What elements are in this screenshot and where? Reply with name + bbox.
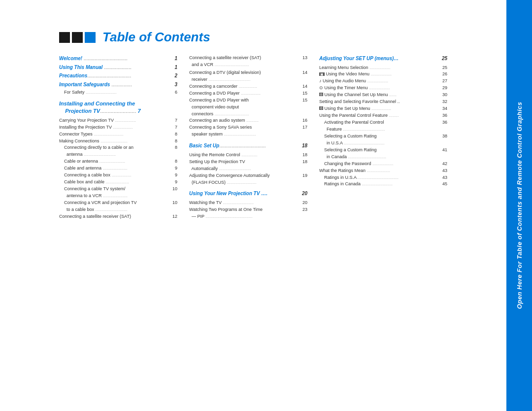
using-new-header: Using Your New Projection TV …. 20: [189, 190, 307, 198]
dtv-entry: Connecting a DTV (digital television) re…: [189, 69, 307, 83]
toc-columns: Welcome! ...............................…: [59, 55, 487, 220]
basic-setup-header: Basic Set Up............................…: [189, 142, 307, 150]
cable-box-cable-entry: Cable box and cable ...................9: [59, 179, 177, 186]
using-this-manual-entry: Using This Manual .................... 1: [59, 64, 177, 71]
ratings-usa-entry: Ratings in U.S.A........................…: [319, 174, 447, 181]
for-safety-label: For Safety .........................: [64, 89, 168, 96]
remote-control-entry: Using the Remote Control .............18: [189, 152, 307, 159]
column-2: Connecting a satellite receiver (SAT) an…: [189, 55, 307, 220]
precautions-label: Precautions.............................…: [59, 72, 168, 80]
sava-entry: Connecting a Sony SAVA series speaker sy…: [189, 124, 307, 138]
using-this-manual-label: Using This Manual ....................: [59, 64, 168, 71]
welcome-page: 1: [168, 55, 177, 63]
installing-header: Installing and Connecting the Projection…: [59, 100, 177, 115]
vcr-projection-cable-entry: Connecting a VCR and projection TV to a …: [59, 200, 177, 213]
side-tab-label: Open Here For Table of Contents and Remo…: [516, 102, 523, 309]
audio-system-entry: Connecting an audio system ..........16: [189, 117, 307, 124]
changing-password-entry: Changing the Password .................4…: [319, 161, 447, 168]
precautions-page: 2: [168, 72, 177, 80]
parental-control-entry: Using the Parental Control Feature .....…: [319, 112, 447, 119]
carrying-entry: Carrying Your Projection TV ............…: [59, 117, 177, 124]
basic-setup-section: Basic Set Up............................…: [189, 142, 307, 186]
title-icons: [59, 32, 96, 43]
camcorder-entry: Connecting a camcorder ...............14: [189, 83, 307, 90]
connecting-cable-antenna-entry: Connecting directly to a cable or an ant…: [59, 144, 177, 158]
for-safety-entry: For Safety ......................... 6: [59, 89, 177, 96]
important-safeguards-page: 3: [168, 81, 177, 89]
channel-setup-entry: ⊞ Using the Channel Set Up Menu ......30: [319, 92, 447, 99]
col2-top-entries: Connecting a satellite receiver (SAT) an…: [189, 55, 307, 138]
title-area: Table of Contents: [59, 30, 487, 45]
custom-rating-usa-entry: Selecting a Custom Rating in U.S.A .....…: [319, 133, 447, 147]
installing-tv-entry: Installing the Projection TV ...........…: [59, 124, 177, 131]
for-safety-page: 6: [168, 89, 177, 96]
basic-setup-entries: Using the Remote Control .............18…: [189, 152, 307, 186]
ratings-canada-entry: Ratings in Canada ......................…: [319, 181, 447, 188]
timer-menu-entry: ⊙ Using the Timer Menu .................…: [319, 85, 447, 92]
welcome-entry: Welcome! ...............................…: [59, 55, 177, 63]
watching-tv-entry: Watching the TV ........................…: [189, 200, 307, 206]
sat-entry: Connecting a satellite receiver (SAT)12: [59, 213, 177, 220]
title-icon-dark2: [72, 32, 83, 43]
column-1: Welcome! ...............................…: [59, 55, 177, 220]
using-new-entries: Watching the TV ........................…: [189, 200, 307, 220]
connector-types-entry: Connector Types ........................…: [59, 131, 177, 138]
dvd-component-entry: Connecting a DVD Player with component v…: [189, 97, 307, 118]
main-content: Table of Contents Welcome! .............…: [0, 0, 506, 411]
activating-parental-entry: Activating the Parental Control Feature …: [319, 119, 447, 133]
side-tab[interactable]: Open Here For Table of Contents and Remo…: [506, 0, 532, 411]
flash-focus-entry: Adjusting the Convergence Automatically …: [189, 172, 307, 186]
page-title: Table of Contents: [102, 30, 210, 45]
cable-or-antenna-entry: Cable or antenna .....................8: [59, 158, 177, 165]
custom-rating-canada-entry: Selecting a Custom Rating in Canada ....…: [319, 147, 447, 161]
audio-menu-entry: ♪ Using the Audio Menu .................…: [319, 78, 447, 85]
important-safeguards-label: Important Safeguards ...............: [59, 81, 168, 89]
sat-vcr-entry: Connecting a satellite receiver (SAT) an…: [189, 55, 307, 68]
cable-and-antenna-entry: Cable and antenna ....................9: [59, 165, 177, 172]
precautions-entry: Precautions.............................…: [59, 72, 177, 80]
adjusting-entries: Learning Menu Selection ................…: [319, 65, 447, 188]
ratings-mean-entry: What the Ratings Mean ..................…: [319, 168, 447, 174]
video-menu-entry: ▣ Using the Video Menu .................…: [319, 71, 447, 78]
using-this-manual-page: 1: [168, 64, 177, 71]
setup-menu-entry: ⚙ Using the Set Up Menu ................…: [319, 105, 447, 112]
title-icon-dark1: [59, 32, 70, 43]
installing-section: Installing and Connecting the Projection…: [59, 100, 177, 220]
installing-entries: Carrying Your Projection TV ............…: [59, 117, 177, 220]
welcome-label: Welcome! ...............................…: [59, 55, 168, 63]
important-safeguards-entry: Important Safeguards ............... 3: [59, 81, 177, 89]
title-icon-blue: [85, 32, 96, 43]
cable-tv-vcr-entry: Connecting a cable TV system/ antenna to…: [59, 186, 177, 200]
adjusting-header: Adjusting Your SET UP (menus)… 25: [319, 55, 447, 63]
using-new-section: Using Your New Projection TV …. 20 Watch…: [189, 190, 307, 220]
watching-two-entry: Watching Two Programs at One Time — PIP …: [189, 206, 307, 220]
adjusting-section: Adjusting Your SET UP (menus)… 25 Learni…: [319, 55, 447, 188]
dvd-player-entry: Connecting a DVD Player ................…: [189, 90, 307, 97]
connecting-cable-box-entry: Connecting a cable box ................9: [59, 172, 177, 179]
making-connections-entry: Making Connections .....................…: [59, 138, 177, 145]
column-3: Adjusting Your SET UP (menus)… 25 Learni…: [319, 55, 447, 220]
page-container: Table of Contents Welcome! .............…: [0, 0, 532, 411]
learning-menu-entry: Learning Menu Selection ................…: [319, 65, 447, 71]
setting-up-auto-entry: Setting Up the Projection TV Automatical…: [189, 159, 307, 172]
favorite-channel-entry: Setting and Selecting Favorite Channel .…: [319, 99, 447, 105]
section-welcome: Welcome! ...............................…: [59, 55, 177, 96]
